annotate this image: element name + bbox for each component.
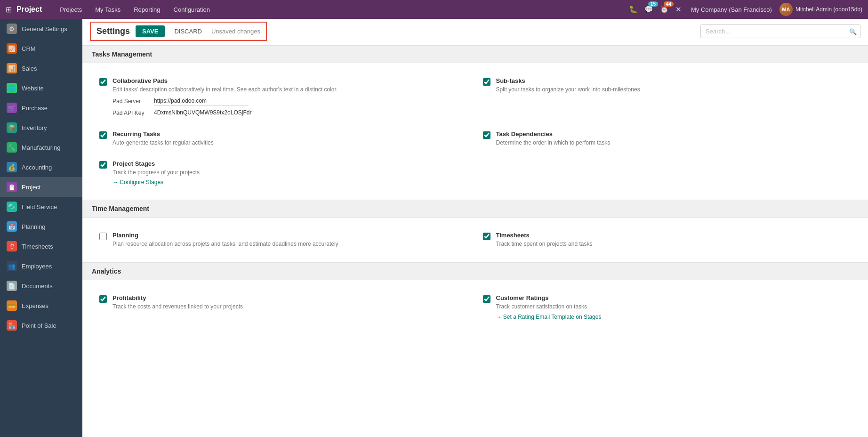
- sidebar-label-manufacturing: Manufacturing: [22, 144, 60, 151]
- sidebar-label-project: Project: [22, 184, 40, 191]
- sub-tasks-title: Sub-tasks: [496, 77, 852, 84]
- nav-projects[interactable]: Projects: [53, 0, 88, 19]
- sidebar-item-documents[interactable]: 📄 Documents: [0, 276, 82, 296]
- close-icon[interactable]: ✕: [674, 3, 683, 16]
- nav-configuration[interactable]: Configuration: [167, 0, 217, 19]
- customer-ratings-checkbox[interactable]: [483, 295, 490, 303]
- navbar: ⊞ Project Projects My Tasks Reporting Co…: [0, 0, 868, 19]
- timesheets-checkbox[interactable]: [483, 233, 490, 240]
- nav-my-tasks[interactable]: My Tasks: [88, 0, 127, 19]
- sidebar-label-inventory: Inventory: [22, 124, 47, 131]
- recurring-tasks-title: Recurring Tasks: [113, 130, 468, 138]
- analytics-grid: Profitability Track the costs and revenu…: [92, 288, 859, 327]
- activity-icon[interactable]: ⏰ 44: [658, 3, 671, 16]
- pad-api-label: Pad API Key: [113, 110, 150, 116]
- project-stages-title: Project Stages: [113, 160, 468, 167]
- sidebar-item-field-service[interactable]: 🔩 Field Service: [0, 197, 82, 217]
- recurring-tasks-checkbox[interactable]: [99, 131, 107, 139]
- setting-timesheets: Timesheets Track time spent on projects …: [475, 225, 859, 255]
- sidebar-label-website: Website: [22, 85, 44, 92]
- setting-collaborative-pads: Collaborative Pads Edit tasks' descripti…: [92, 71, 475, 124]
- crm-icon: 📈: [7, 43, 17, 54]
- search-input[interactable]: [700, 24, 860, 38]
- settings-page-title: Settings: [96, 26, 130, 36]
- sidebar-item-project[interactable]: 📋 Project: [0, 177, 82, 197]
- unsaved-changes-label: Unsaved changes: [211, 28, 260, 35]
- profitability-checkbox[interactable]: [99, 295, 107, 303]
- collaborative-pads-desc: Edit tasks' description collaboratively …: [113, 86, 468, 94]
- sidebar-item-general-settings[interactable]: ⚙ General Settings: [0, 19, 82, 39]
- setting-planning: Planning Plan resource allocation across…: [92, 225, 475, 255]
- company-name: My Company (San Francisco): [691, 6, 772, 13]
- navbar-menu: Projects My Tasks Reporting Configuratio…: [53, 0, 217, 19]
- sidebar-item-purchase[interactable]: 🛒 Purchase: [0, 98, 82, 118]
- setting-sub-tasks: Sub-tasks Split your tasks to organize y…: [475, 71, 859, 124]
- setting-profitability: Profitability Track the costs and revenu…: [92, 288, 475, 327]
- customer-ratings-desc: Track customer satisfaction on tasks: [496, 303, 852, 311]
- sub-tasks-desc: Split your tasks to organize your work i…: [496, 86, 852, 94]
- app-title: Project: [16, 5, 42, 14]
- time-management-content: Planning Plan resource allocation across…: [82, 218, 868, 262]
- profitability-title: Profitability: [113, 294, 468, 301]
- employees-icon: 👥: [7, 261, 17, 271]
- pad-server-row: Pad Server https://pad.odoo.com: [113, 97, 468, 105]
- sidebar-item-inventory[interactable]: 📦 Inventory: [0, 118, 82, 138]
- analytics-content: Profitability Track the costs and revenu…: [82, 280, 868, 334]
- sidebar-item-expenses[interactable]: 💳 Expenses: [0, 296, 82, 316]
- time-management-grid: Planning Plan resource allocation across…: [92, 225, 859, 255]
- task-dependencies-desc: Determine the order in which to perform …: [496, 139, 852, 147]
- sidebar-item-planning[interactable]: 📅 Planning: [0, 217, 82, 236]
- setting-recurring-tasks: Recurring Tasks Auto-generate tasks for …: [92, 124, 475, 154]
- pos-icon: 🏪: [7, 320, 17, 331]
- main-content: Settings SAVE DISCARD Unsaved changes 🔍 …: [82, 19, 868, 437]
- planning-checkbox[interactable]: [99, 233, 107, 240]
- chat-icon[interactable]: 💬 15: [643, 3, 655, 16]
- sidebar-item-accounting[interactable]: 💰 Accounting: [0, 157, 82, 177]
- sidebar-item-sales[interactable]: 📊 Sales: [0, 58, 82, 78]
- sidebar-item-timesheets[interactable]: ⏱ Timesheets: [0, 236, 82, 256]
- nav-reporting[interactable]: Reporting: [127, 0, 167, 19]
- bug-icon[interactable]: 🐛: [627, 3, 640, 16]
- search-bar: 🔍: [700, 24, 860, 38]
- sidebar-item-website[interactable]: 🌐 Website: [0, 78, 82, 98]
- collaborative-pads-title: Collaborative Pads: [113, 77, 468, 84]
- customer-ratings-title: Customer Ratings: [496, 294, 852, 301]
- collaborative-pads-checkbox[interactable]: [99, 78, 107, 86]
- sidebar-item-crm[interactable]: 📈 CRM: [0, 39, 82, 58]
- project-stages-info: Project Stages Track the progress of you…: [113, 160, 468, 186]
- sidebar-label-general-settings: General Settings: [22, 25, 67, 32]
- planning-info: Planning Plan resource allocation across…: [113, 232, 468, 248]
- setting-task-dependencies: Task Dependencies Determine the order in…: [475, 124, 859, 154]
- timesheets-desc: Track time spent on projects and tasks: [496, 240, 852, 248]
- project-stages-checkbox[interactable]: [99, 161, 107, 169]
- sidebar-item-manufacturing[interactable]: 🔧 Manufacturing: [0, 138, 82, 157]
- sidebar-label-sales: Sales: [22, 65, 37, 72]
- collaborative-pads-info: Collaborative Pads Edit tasks' descripti…: [113, 77, 468, 117]
- timesheets-title: Timesheets: [496, 232, 852, 239]
- profitability-desc: Track the costs and revenues linked to y…: [113, 303, 468, 311]
- sidebar: ⚙ General Settings 📈 CRM 📊 Sales 🌐 Websi…: [0, 19, 82, 437]
- planning-desc: Plan resource allocation across projets …: [113, 240, 468, 248]
- customer-ratings-info: Customer Ratings Track customer satisfac…: [496, 294, 852, 320]
- website-icon: 🌐: [7, 83, 17, 93]
- grid-icon[interactable]: ⊞: [6, 5, 12, 14]
- rating-email-template-link[interactable]: → Set a Rating Email Template on Stages: [496, 314, 602, 320]
- settings-header: Settings SAVE DISCARD Unsaved changes 🔍: [82, 19, 868, 45]
- sidebar-label-expenses: Expenses: [22, 302, 48, 309]
- task-dependencies-checkbox[interactable]: [483, 131, 490, 139]
- sub-tasks-checkbox[interactable]: [483, 78, 490, 86]
- manufacturing-icon: 🔧: [7, 142, 17, 153]
- configure-stages-link[interactable]: → Configure Stages: [113, 179, 163, 186]
- purchase-icon: 🛒: [7, 103, 17, 113]
- sidebar-item-pos[interactable]: 🏪 Point of Sale: [0, 316, 82, 335]
- avatar[interactable]: MA: [780, 3, 793, 16]
- tasks-management-header: Tasks Management: [82, 45, 868, 63]
- settings-body: Tasks Management Collaborative Pads Edit…: [82, 45, 868, 437]
- save-button[interactable]: SAVE: [136, 25, 165, 37]
- sidebar-label-timesheets: Timesheets: [22, 243, 53, 250]
- recurring-tasks-info: Recurring Tasks Auto-generate tasks for …: [113, 130, 468, 147]
- tasks-management-grid: Collaborative Pads Edit tasks' descripti…: [92, 71, 859, 192]
- discard-button[interactable]: DISCARD: [170, 25, 206, 37]
- sidebar-item-employees[interactable]: 👥 Employees: [0, 256, 82, 276]
- time-management-header: Time Management: [82, 200, 868, 218]
